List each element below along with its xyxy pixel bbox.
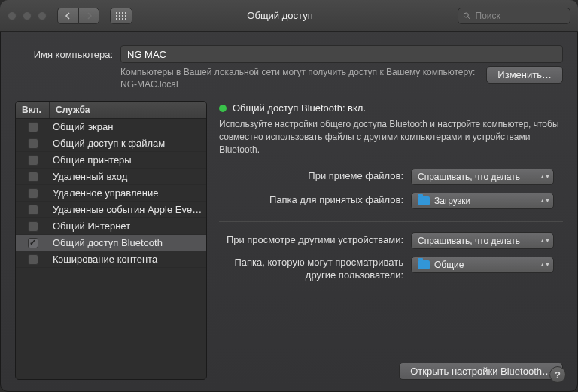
computer-name-label: Имя компьютера: (15, 49, 113, 60)
table-row[interactable]: Общий доступ к файлам (16, 135, 206, 152)
show-all-button[interactable] (110, 8, 132, 24)
service-checkbox[interactable] (28, 138, 38, 149)
col-header-service[interactable]: Служба (50, 102, 206, 118)
table-row[interactable]: Удаленный вход (16, 169, 206, 185)
status-text: Общий доступ Bluetooth: вкл. (233, 102, 366, 114)
service-checkbox[interactable] (28, 221, 38, 232)
service-checkbox[interactable] (28, 155, 38, 166)
table-row[interactable]: Удаленные события Apple Events (16, 202, 206, 218)
receive-action-select[interactable]: Спрашивать, что делать ▲▼ (411, 169, 554, 185)
browse-action-row: При просмотре другими устройствами: Спра… (219, 232, 563, 249)
computer-name-input[interactable] (120, 45, 563, 63)
window-title: Общий доступ (138, 10, 452, 21)
forward-button[interactable] (78, 8, 99, 24)
computer-name-hint-row: Компьютеры в Вашей локальной сети могут … (15, 66, 563, 90)
table-row[interactable]: Общий Интернет (16, 218, 206, 235)
content-area: Имя компьютера: Компьютеры в Вашей локал… (0, 32, 578, 392)
service-checkbox[interactable] (28, 254, 38, 265)
browse-folder-label: Папка, которую могут просматривать други… (219, 257, 403, 282)
grid-icon (116, 12, 126, 20)
table-body: Общий экранОбщий доступ к файламОбщие пр… (16, 119, 206, 379)
service-label: Общий Интернет (50, 220, 206, 232)
zoom-window-button[interactable] (38, 11, 47, 20)
updown-icon: ▲▼ (540, 175, 550, 179)
sharing-preferences-window: Общий доступ Имя компьютера: Компьютеры … (0, 0, 578, 392)
service-label: Общие принтеры (50, 154, 206, 166)
computer-name-row: Имя компьютера: (15, 45, 563, 63)
browse-action-value: Спрашивать, что делать (418, 236, 520, 246)
col-header-on[interactable]: Вкл. (16, 102, 50, 118)
service-checkbox[interactable] (28, 172, 38, 182)
table-row[interactable]: Общие принтеры (16, 152, 206, 169)
svg-line-1 (468, 17, 470, 19)
status-row: Общий доступ Bluetooth: вкл. (219, 102, 563, 114)
browse-action-label: При просмотре другими устройствами: (219, 234, 403, 247)
edit-button[interactable]: Изменить… (486, 66, 563, 84)
updown-icon: ▲▼ (540, 263, 550, 267)
table-row[interactable]: Общий доступ Bluetooth (16, 235, 206, 251)
table-row[interactable]: Кэширование контента (16, 251, 206, 268)
updown-icon: ▲▼ (540, 239, 550, 243)
service-checkbox[interactable] (28, 122, 38, 132)
minimize-window-button[interactable] (23, 11, 32, 20)
open-bluetooth-settings-button[interactable]: Открыть настройки Bluetooth… (399, 363, 563, 380)
service-checkbox[interactable] (28, 238, 38, 248)
service-label: Удаленные события Apple Events (50, 204, 206, 215)
receive-action-row: При приеме файлов: Спрашивать, что делат… (219, 169, 563, 185)
window-controls (8, 11, 47, 20)
service-label: Удаленное управление (50, 187, 206, 199)
browse-folder-row: Папка, которую могут просматривать други… (219, 257, 563, 282)
chevron-right-icon (86, 12, 93, 20)
service-description: Используйте настройки общего доступа Blu… (219, 118, 563, 156)
service-detail-panel: Общий доступ Bluetooth: вкл. Используйте… (219, 101, 563, 380)
service-checkbox[interactable] (28, 188, 38, 199)
divider (219, 221, 563, 222)
table-row[interactable]: Общий экран (16, 119, 206, 135)
table-header: Вкл. Служба (16, 102, 206, 119)
browse-folder-value: Общие (434, 260, 464, 270)
service-checkbox[interactable] (28, 205, 38, 215)
back-button[interactable] (57, 8, 78, 24)
browse-action-select[interactable]: Спрашивать, что делать ▲▼ (411, 232, 554, 249)
status-indicator-icon (219, 105, 227, 112)
service-label: Удаленный вход (50, 171, 206, 182)
button-row: Открыть настройки Bluetooth… (219, 363, 563, 380)
table-row[interactable]: Удаленное управление (16, 185, 206, 202)
receive-action-value: Спрашивать, что делать (418, 172, 520, 182)
updown-icon: ▲▼ (540, 199, 550, 203)
svg-point-0 (464, 13, 468, 17)
close-window-button[interactable] (8, 11, 17, 20)
receive-folder-select[interactable]: Загрузки ▲▼ (411, 193, 554, 209)
titlebar: Общий доступ (0, 0, 578, 32)
search-field[interactable] (458, 8, 570, 24)
receive-folder-value: Загрузки (434, 196, 470, 206)
chevron-left-icon (65, 12, 71, 20)
nav-buttons (57, 8, 99, 24)
search-input[interactable] (476, 11, 565, 21)
receive-folder-label: Папка для принятых файлов: (219, 194, 403, 207)
services-table: Вкл. Служба Общий экранОбщий доступ к фа… (15, 101, 207, 380)
receive-folder-row: Папка для принятых файлов: Загрузки ▲▼ (219, 193, 563, 209)
service-label: Общий доступ к файлам (50, 138, 206, 149)
receive-action-label: При приеме файлов: (219, 170, 403, 183)
browse-folder-select[interactable]: Общие ▲▼ (411, 257, 554, 273)
search-icon (463, 11, 471, 20)
service-label: Общий доступ Bluetooth (50, 237, 206, 248)
folder-icon (418, 196, 430, 205)
service-label: Кэширование контента (50, 254, 206, 265)
help-button[interactable]: ? (549, 366, 566, 383)
service-label: Общий экран (50, 121, 206, 132)
main-split: Вкл. Служба Общий экранОбщий доступ к фа… (15, 101, 563, 380)
folder-icon (418, 260, 430, 269)
computer-name-hint: Компьютеры в Вашей локальной сети могут … (120, 66, 479, 90)
